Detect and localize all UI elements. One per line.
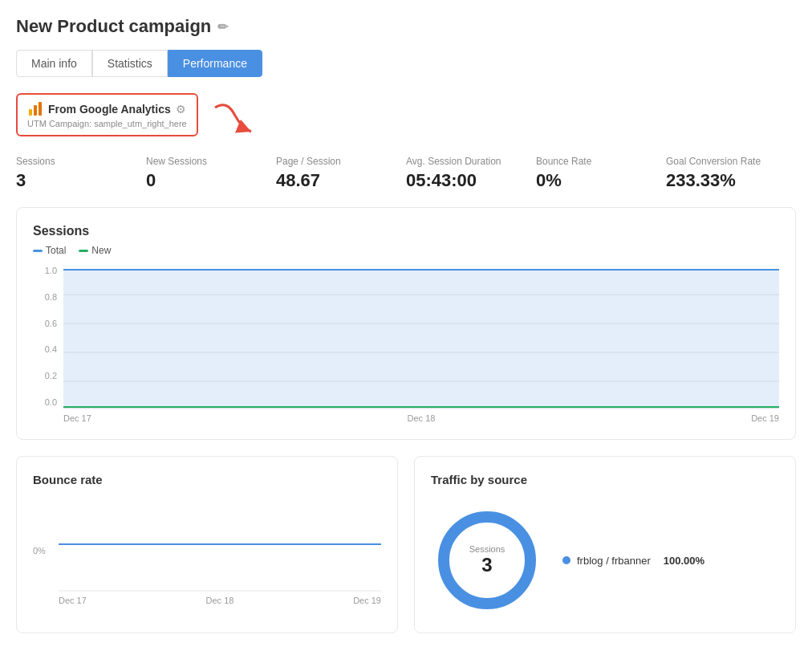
- bounce-plot: Dec 17 Dec 18 Dec 19: [59, 496, 381, 605]
- tab-performance[interactable]: Performance: [168, 50, 262, 77]
- traffic-source-pct: 100.00%: [664, 555, 704, 567]
- metric-bounce-rate: Bounce Rate 0%: [536, 156, 666, 191]
- bottom-charts-row: Bounce rate 0% Dec 17 Dec 18 Dec 19: [16, 456, 796, 633]
- donut-label: Sessions: [469, 544, 505, 554]
- legend-total-dot: [33, 250, 43, 252]
- svg-rect-0: [29, 109, 32, 116]
- metric-bounce-rate-value: 0%: [536, 170, 653, 191]
- metric-avg-duration-label: Avg. Session Duration: [406, 156, 523, 167]
- bounce-y-axis: 0%: [33, 496, 52, 605]
- bounce-svg: [59, 496, 381, 592]
- tab-main-info[interactable]: Main info: [16, 50, 92, 77]
- utm-value: sample_utm_right_here: [94, 119, 187, 128]
- traffic-source-card: Traffic by source Sessions 3 frblog / fr…: [414, 456, 796, 633]
- metric-goal-conversion: Goal Conversion Rate 233.33%: [666, 156, 796, 191]
- donut-value: 3: [469, 554, 505, 576]
- edit-icon[interactable]: ✏: [217, 19, 228, 35]
- sessions-svg: [63, 266, 779, 410]
- metric-goal-conversion-value: 233.33%: [666, 170, 783, 191]
- legend-total: Total: [33, 245, 66, 256]
- bounce-chart-area: 0% Dec 17 Dec 18 Dec 19: [33, 496, 381, 605]
- bounce-x-labels: Dec 17 Dec 18 Dec 19: [59, 596, 381, 605]
- analytics-title: From Google Analytics: [48, 103, 171, 116]
- metric-avg-duration-value: 05:43:00: [406, 170, 523, 191]
- metric-sessions-label: Sessions: [16, 156, 133, 167]
- metric-bounce-rate-label: Bounce Rate: [536, 156, 653, 167]
- bounce-y-label: 0%: [33, 546, 52, 555]
- sessions-chart-legend: Total New: [33, 245, 779, 256]
- metric-page-session-label: Page / Session: [276, 156, 393, 167]
- metric-new-sessions-label: New Sessions: [146, 156, 263, 167]
- legend-new-dot: [79, 250, 88, 252]
- tab-statistics[interactable]: Statistics: [92, 50, 168, 77]
- analytics-source-box: From Google Analytics ⚙ UTM Campaign: sa…: [16, 93, 198, 136]
- sessions-chart-title: Sessions: [33, 224, 779, 238]
- legend-new-label: New: [91, 245, 111, 256]
- tab-bar: Main info Statistics Performance: [16, 50, 796, 77]
- metric-sessions-value: 3: [16, 170, 133, 191]
- svg-rect-2: [39, 102, 42, 116]
- analytics-icon: [27, 101, 43, 117]
- donut-chart-container: Sessions 3: [431, 504, 543, 616]
- arrow-indicator: [211, 100, 259, 143]
- bounce-rate-card: Bounce rate 0% Dec 17 Dec 18 Dec 19: [16, 456, 398, 633]
- traffic-legend: frblog / frbanner 100.00%: [562, 555, 704, 567]
- utm-label: UTM Campaign:: [27, 119, 91, 128]
- metric-sessions: Sessions 3: [16, 156, 146, 191]
- traffic-source-title: Traffic by source: [431, 473, 779, 486]
- sessions-chart-card: Sessions Total New 1.0 0.8 0.6 0.4 0.2 0…: [16, 207, 796, 440]
- page-title: New Product campaign ✏: [16, 16, 796, 37]
- bounce-rate-title: Bounce rate: [33, 473, 381, 486]
- metric-goal-conversion-label: Goal Conversion Rate: [666, 156, 783, 167]
- sessions-x-labels: Dec 17 Dec 18 Dec 19: [63, 413, 779, 423]
- sessions-chart-plot: Dec 17 Dec 18 Dec 19: [63, 266, 779, 423]
- traffic-legend-dot: [562, 556, 570, 564]
- traffic-content: Sessions 3 frblog / frbanner 100.00%: [431, 496, 779, 616]
- campaign-title: New Product campaign: [16, 16, 211, 37]
- donut-center-text: Sessions 3: [469, 544, 505, 576]
- svg-rect-1: [34, 105, 37, 116]
- metric-page-session-value: 48.67: [276, 170, 393, 191]
- metrics-row: Sessions 3 New Sessions 0 Page / Session…: [16, 156, 796, 191]
- sessions-chart-area: 1.0 0.8 0.6 0.4 0.2 0.0: [33, 266, 779, 423]
- metric-new-sessions-value: 0: [146, 170, 263, 191]
- metric-new-sessions: New Sessions 0: [146, 156, 276, 191]
- settings-icon[interactable]: ⚙: [176, 103, 186, 116]
- legend-new: New: [79, 245, 111, 256]
- legend-total-label: Total: [46, 245, 66, 256]
- traffic-legend-item: frblog / frbanner 100.00%: [562, 555, 704, 567]
- sessions-y-axis: 1.0 0.8 0.6 0.4 0.2 0.0: [33, 266, 57, 423]
- metric-page-session: Page / Session 48.67: [276, 156, 406, 191]
- metric-avg-duration: Avg. Session Duration 05:43:00: [406, 156, 536, 191]
- traffic-source-label: frblog / frbanner: [577, 555, 651, 567]
